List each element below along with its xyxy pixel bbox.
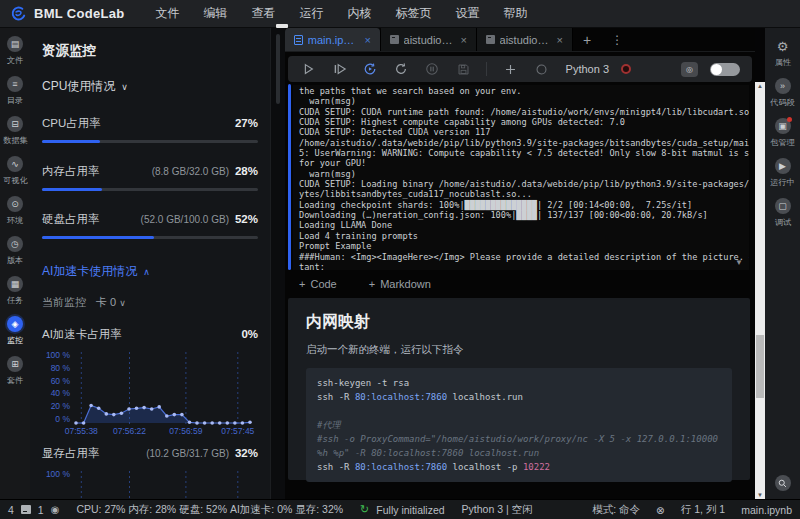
menu-item-1[interactable]: 编辑 <box>198 5 232 22</box>
kernel-count[interactable]: 1 <box>38 504 44 516</box>
interrupt-button[interactable] <box>424 61 440 77</box>
main-scrollbar[interactable]: ▲ ▼ <box>755 82 765 499</box>
code-assistant-button[interactable]: ◎ <box>681 62 698 77</box>
menu-item-4[interactable]: 内核 <box>342 5 376 22</box>
tasks-icon: ▦ <box>7 276 23 292</box>
monitor-icon: ◈ <box>7 316 23 332</box>
rail-item-文件[interactable]: ▤文件 <box>0 36 30 67</box>
add-cell-button[interactable] <box>502 61 518 77</box>
terminal-count[interactable]: 4 <box>8 504 14 516</box>
rail-item-代码段[interactable]: »代码段 <box>765 78 800 109</box>
cell-actions-row: + Code + Markdown <box>299 278 431 290</box>
run-button[interactable] <box>300 61 316 77</box>
panel-title: 资源监控 <box>42 42 258 60</box>
code-line: ssh-keygen -t rsa <box>317 376 721 390</box>
rail-item-运行中[interactable]: ▶运行中 <box>765 158 800 189</box>
rail-item-调试[interactable]: ▢调试 <box>765 198 800 229</box>
disk-meter-detail: (52.0 GB/100.0 GB) <box>141 214 229 225</box>
cpu-section-header[interactable]: CPU使用情况 ∨ <box>42 78 258 95</box>
rail-item-包管理[interactable]: ▣包管理 <box>765 118 800 149</box>
run-all-button[interactable] <box>331 61 347 77</box>
monitor-label: 当前监控 <box>42 295 86 310</box>
memory-meter-label: 内存占用率 <box>42 164 100 179</box>
visualization-icon: ∿ <box>7 156 23 172</box>
code-segment: 80:localhost:7860 <box>355 392 447 402</box>
gpu-usage-meter: AI加速卡占用率 0% <box>42 327 258 342</box>
rail-item-环境[interactable]: ⊙环境 <box>0 196 30 227</box>
bml-logo-icon <box>10 5 27 22</box>
chevron-down-icon: ∨ <box>119 298 126 308</box>
rail-label: 数据集 <box>3 135 27 147</box>
tab-label: aistudio@j... <box>404 34 456 46</box>
editor-mode[interactable]: 模式: 命令 <box>592 503 640 517</box>
menu-item-3[interactable]: 运行 <box>294 5 328 22</box>
tab-aistudio@j...[interactable]: aistudio@j...× <box>381 28 477 51</box>
scroll-down-arrow[interactable]: ▼ <box>755 492 765 498</box>
memory-meter-percent: 28% <box>235 165 258 177</box>
memory-progress-bar <box>42 188 258 191</box>
code-segment: 80:localhost:7860 <box>355 462 447 472</box>
scrollbar-thumb[interactable] <box>756 335 764 398</box>
kernel-status-indicator[interactable] <box>621 64 631 74</box>
close-icon[interactable]: × <box>557 34 563 46</box>
new-tab-button[interactable]: + <box>573 28 601 51</box>
close-icon[interactable]: × <box>461 34 467 46</box>
init-status[interactable]: Fully initialized <box>376 504 444 516</box>
resource-monitor-panel: 资源监控 CPU使用情况 ∨ CPU占用率 27% 内存占用率 (8.8 GB/… <box>30 28 270 499</box>
rail-item-版本[interactable]: ◷版本 <box>0 236 30 267</box>
tab-aistudio@j...[interactable]: aistudio@j...× <box>477 28 573 51</box>
kernel-status-text[interactable]: Python 3 | 空闲 <box>462 503 533 517</box>
panel-splitter[interactable] <box>270 28 285 499</box>
rail-item-套件[interactable]: ⊞套件 <box>0 356 30 387</box>
kernel-interrupt-button[interactable] <box>533 61 549 77</box>
tab-main.ipynb[interactable]: main.ipynb× <box>285 28 381 51</box>
plus-icon: + <box>299 278 305 290</box>
code-segment: ssh-keygen -t rsa <box>317 378 409 388</box>
rail-item-可视化[interactable]: ∿可视化 <box>0 156 30 187</box>
card-selector[interactable]: 卡 0 ∨ <box>96 295 126 310</box>
notebook-toolbar: Python 3 ◎ <box>288 56 752 82</box>
search-icon[interactable] <box>775 475 791 491</box>
gpu-section-header[interactable]: AI加速卡使用情况 ∧ <box>42 263 258 280</box>
scroll-down-icon[interactable]: ▼ <box>735 258 743 267</box>
rail-item-监控[interactable]: ◈监控 <box>0 316 30 347</box>
cpu-meter: CPU占用率 27% <box>42 116 258 143</box>
toolbar-divider <box>486 62 487 76</box>
console-output[interactable]: the paths that we search based on your e… <box>293 85 749 270</box>
rail-item-目录[interactable]: ≡目录 <box>0 76 30 107</box>
menu-item-2[interactable]: 查看 <box>246 5 280 22</box>
mode-toggle[interactable] <box>710 63 740 76</box>
tab-more-button[interactable]: ⋮ <box>601 28 634 51</box>
rail-item-任务[interactable]: ▦任务 <box>0 276 30 307</box>
disk-progress-bar <box>42 236 258 239</box>
disk-meter-percent: 52% <box>235 213 258 225</box>
add-markdown-button[interactable]: + Markdown <box>369 278 431 290</box>
notebook-icon <box>294 35 303 45</box>
rail-item-数据集[interactable]: ⊟数据集 <box>0 116 30 147</box>
restart-kernel-button[interactable] <box>362 61 378 77</box>
kernel-name[interactable]: Python 3 <box>566 63 609 75</box>
active-cell-indicator[interactable] <box>288 84 291 270</box>
vram-label: 显存占用率 <box>42 446 100 461</box>
vram-percent: 32% <box>235 447 258 459</box>
cursor-position[interactable]: 行 1, 列 1 <box>681 503 725 517</box>
menu-item-7[interactable]: 帮助 <box>498 5 532 22</box>
refresh-button[interactable] <box>393 61 409 77</box>
menu-item-5[interactable]: 标签页 <box>390 5 436 22</box>
left-activity-bar: ▤文件≡目录⊟数据集∿可视化⊙环境◷版本▦任务◈监控⊞套件 <box>0 28 30 499</box>
menu-item-6[interactable]: 设置 <box>450 5 484 22</box>
md-code-block[interactable]: ssh-keygen -t rsassh -R 80:localhost:786… <box>306 368 732 482</box>
markdown-cell[interactable]: 内网映射 启动一个新的终端，运行以下指令 ssh-keygen -t rsass… <box>288 298 750 480</box>
scroll-up-arrow[interactable]: ▲ <box>755 83 765 89</box>
close-icon[interactable]: × <box>365 34 371 46</box>
rail-label: 可视化 <box>3 175 27 187</box>
gpu-usage-chart: 100 %80 %60 %40 %20 %0 %07:55:3807:56:22… <box>42 350 258 438</box>
add-code-button[interactable]: + Code <box>299 278 337 290</box>
vram-meter: 显存占用率 (10.2 GB/31.7 GB) 32% <box>42 446 258 461</box>
menu-item-0[interactable]: 文件 <box>150 5 184 22</box>
statusbar-filename: main.ipynb <box>741 504 792 516</box>
output-cell: the paths that we search based on your e… <box>285 84 751 270</box>
code-segment: -p <box>507 462 523 472</box>
rail-item-属性[interactable]: ⚙属性 <box>765 38 800 69</box>
save-button[interactable] <box>455 61 471 77</box>
